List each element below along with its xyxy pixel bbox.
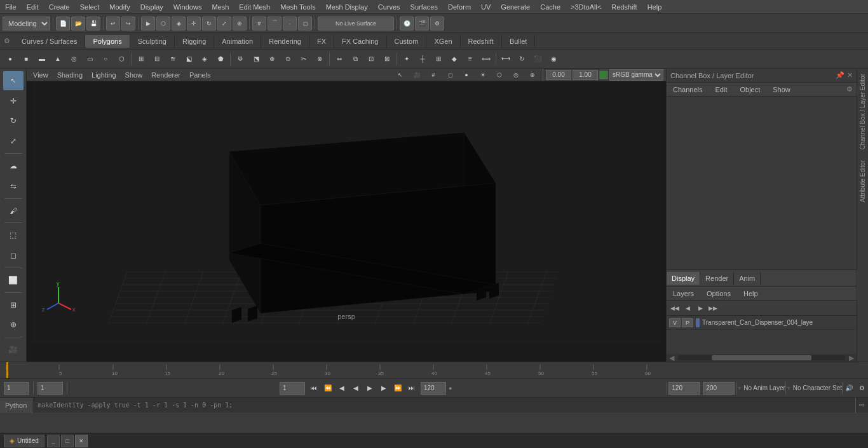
animation-end-input[interactable] [703,382,735,395]
timeline[interactable]: 1 5 10 15 20 25 30 [0,362,868,378]
select-mode-button[interactable]: ↖ [3,71,24,90]
layer-tab-render[interactable]: Render [700,272,734,285]
play-forward-button[interactable]: ▶ [363,382,376,395]
right-panel-gear-icon[interactable]: ⚙ [843,85,857,93]
soft-select-button[interactable]: ☁ [3,156,24,175]
vtab-channel-box[interactable]: Channel Box / Layer Editor [857,69,868,155]
viewport[interactable]: View Shading Lighting Show Renderer Pane… [27,69,666,362]
marquee-select-button[interactable]: ⬜ [3,271,24,290]
step-back-button[interactable]: ⏪ [322,382,334,395]
menu-mesh-display[interactable]: Mesh Display [321,2,373,12]
tab-xgen[interactable]: XGen [426,35,460,48]
merge-icon[interactable]: ⊠ [379,51,395,67]
cone-icon[interactable]: ▲ [50,51,65,67]
layers-tb-next-icon[interactable]: ▶ [695,302,706,314]
layers-sub-tab-help[interactable]: Help [737,288,764,299]
menu-create[interactable]: Create [44,2,75,12]
vp-tb-grid-icon[interactable]: # [426,69,441,83]
menu-select[interactable]: Select [75,2,105,12]
history-button[interactable]: 🕐 [400,17,414,31]
component-mode-button[interactable]: ⊕ [3,315,24,334]
frame-end-input[interactable] [421,382,446,395]
fill-icon[interactable]: ⬕ [181,51,196,67]
slide-edge-icon[interactable]: ⟺ [478,51,494,67]
select-tool-button[interactable]: ▶ [141,17,155,31]
vp-menu-shading[interactable]: Shading [53,70,86,80]
cylinder-icon[interactable]: ▬ [34,51,50,67]
vp-menu-panels[interactable]: Panels [186,70,215,80]
viewport-3d[interactable]: x y z persp [27,81,666,343]
snap-point-button[interactable]: · [283,17,297,31]
snap-grid-button[interactable]: # [252,17,266,31]
menu-curves[interactable]: Curves [373,2,405,12]
conform-icon[interactable]: ≋ [165,51,180,67]
frame2-input[interactable] [37,382,63,395]
spin-icon[interactable]: ↻ [514,51,529,67]
layers-sub-tab-layers[interactable]: Layers [667,288,700,299]
vp-menu-view[interactable]: View [29,70,52,80]
exposure-input[interactable] [546,70,571,80]
separate-icon[interactable]: ⊟ [149,51,165,67]
no-live-surface-label[interactable]: No Live Surface [318,17,394,31]
time-ticks[interactable]: 1 5 10 15 20 25 30 [5,362,868,379]
display-mode-button[interactable]: ⬚ [3,226,24,245]
multi-cut-icon[interactable]: ✦ [399,51,414,67]
move-tool-button[interactable]: ✛ [3,92,24,111]
colorspace-select[interactable]: sRGB gamma [609,69,663,81]
vp-menu-renderer[interactable]: Renderer [147,70,184,80]
menu-uv[interactable]: UV [476,2,496,12]
play-back-button[interactable]: ◀ [349,382,362,395]
plane-icon[interactable]: ▭ [82,51,97,67]
scroll-track[interactable] [678,355,845,360]
ch-tab-channels[interactable]: Channels [667,85,709,95]
camera-button[interactable]: 🎥 [3,340,24,359]
vtab-attribute-editor[interactable]: Attribute Editor [857,155,868,207]
duplicate-face-icon[interactable]: ⧉ [348,51,363,67]
playback-range-end-input[interactable] [668,382,700,395]
python-copy-icon[interactable]: ⇨ [855,398,868,413]
tab-fx-caching[interactable]: FX Caching [334,35,386,48]
menu-edit[interactable]: Edit [22,2,44,12]
extract-icon[interactable]: ⊡ [363,51,379,67]
vp-tb-shadow-icon[interactable]: ⬡ [492,69,507,83]
vp-tb-multi-icon[interactable]: ⊕ [525,69,540,83]
layers-sub-tab-options[interactable]: Options [700,288,737,299]
smooth-icon[interactable]: ⬟ [213,51,228,67]
menu-windows[interactable]: Windows [168,2,207,12]
layers-scrollbar[interactable]: ◀ ▶ [667,354,857,362]
vp-tb-select-icon[interactable]: ↖ [393,69,408,83]
transform-tool-button[interactable]: ✛ [187,17,201,31]
reduce-icon[interactable]: ◈ [197,51,212,67]
torus-icon[interactable]: ◎ [66,51,81,67]
vp-tb-render-icon[interactable]: ☀ [475,69,491,83]
frame-start-input[interactable] [280,382,305,395]
tab-custom[interactable]: Custom [387,35,427,48]
render-settings-button[interactable]: ⚙ [430,17,444,31]
boolean-icon[interactable]: ⊗ [312,51,327,67]
snap-surface-button[interactable]: ◻ [298,17,312,31]
tab-rendering[interactable]: Rendering [261,35,309,48]
sphere-icon[interactable]: ● [3,51,18,67]
go-start-button[interactable]: ⏮ [308,382,320,395]
scroll-right-btn[interactable]: ▶ [846,354,857,362]
menu-cache[interactable]: Cache [535,2,566,12]
tab-curves-surfaces[interactable]: Curves / Surfaces [14,35,85,48]
menu-file[interactable]: File [0,2,22,12]
menu-edit-mesh[interactable]: Edit Mesh [234,2,275,12]
bevel-icon[interactable]: ◆ [447,51,462,67]
go-end-button[interactable]: ⏭ [405,382,418,395]
symmetry-button[interactable]: ⇋ [3,177,24,196]
settings-button[interactable]: ⚙ [855,382,868,395]
rotate-tool-button[interactable]: ↻ [202,17,216,31]
scroll-left-btn[interactable]: ◀ [667,354,677,362]
vp-tb-camera-icon[interactable]: 🎥 [409,69,424,83]
vp-menu-show[interactable]: Show [121,70,147,80]
menu-modify[interactable]: Modify [104,2,135,12]
menu-3dtoall[interactable]: >3DtoAll< [566,2,606,12]
layers-tb-prev-icon[interactable]: ◀◀ [669,302,681,314]
mirror-icon[interactable]: ⇔ [332,51,347,67]
insert-edge-icon[interactable]: ┼ [415,51,430,67]
paint-tool-button[interactable]: ◈ [172,17,186,31]
undo-button[interactable]: ↩ [106,17,120,31]
merge-verts-icon[interactable]: ◉ [546,51,561,67]
